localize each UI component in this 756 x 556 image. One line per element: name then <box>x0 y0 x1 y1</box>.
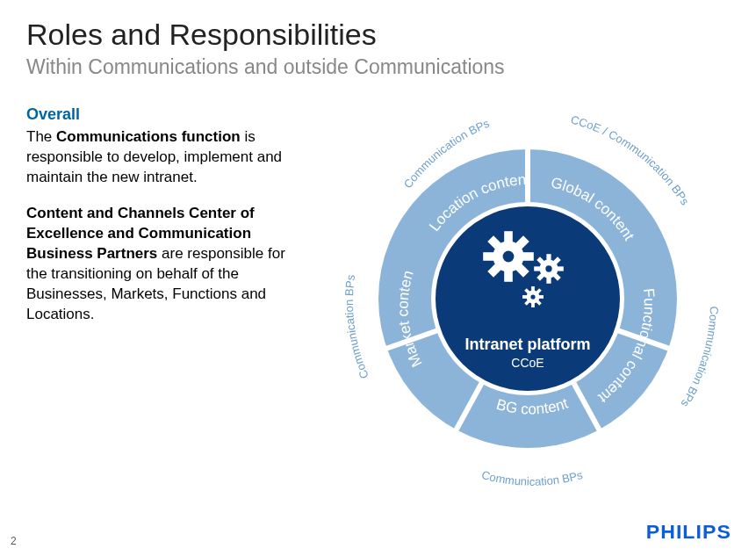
page-subtitle: Within Communications and outside Commun… <box>26 55 730 79</box>
paragraph-2: Content and Channels Center of Excellenc… <box>26 204 307 325</box>
intranet-diagram: Intranet platform CCoE Location content … <box>326 97 730 501</box>
page-number: 2 <box>11 535 17 547</box>
svg-point-17 <box>502 251 514 263</box>
slide: Roles and Responsibilities Within Commun… <box>0 0 756 509</box>
svg-rect-11 <box>483 252 494 261</box>
outer-label-bottom: Communication BPs <box>480 468 585 488</box>
text-column: Overall The Communications function is r… <box>26 105 325 340</box>
outer-label-left: Communication BPs <box>342 273 371 380</box>
content-row: Overall The Communications function is r… <box>26 105 730 492</box>
center-sub: CCoE <box>511 356 544 370</box>
section-heading: Overall <box>26 105 307 124</box>
svg-rect-22 <box>557 266 563 271</box>
brand-logo: PHILIPS <box>646 521 731 544</box>
outer-label-right: Communication BPs <box>678 306 721 409</box>
svg-rect-32 <box>538 295 543 299</box>
paragraph-1: The Communications function is responsib… <box>26 127 307 188</box>
svg-rect-9 <box>504 231 513 242</box>
svg-rect-12 <box>522 252 534 261</box>
page-title: Roles and Responsibilities <box>26 18 730 52</box>
para1-bold: Communications function <box>56 128 241 145</box>
diagram-column: Intranet platform CCoE Location content … <box>325 105 730 492</box>
svg-rect-30 <box>531 303 535 307</box>
svg-rect-21 <box>534 266 540 271</box>
svg-rect-31 <box>522 295 527 299</box>
para1-pre: The <box>26 128 56 145</box>
svg-point-27 <box>545 265 551 271</box>
center-title: Intranet platform <box>464 336 590 353</box>
svg-rect-19 <box>546 254 551 260</box>
svg-rect-10 <box>504 271 513 282</box>
svg-point-37 <box>530 294 535 299</box>
svg-rect-20 <box>546 277 551 283</box>
svg-rect-29 <box>531 286 535 291</box>
